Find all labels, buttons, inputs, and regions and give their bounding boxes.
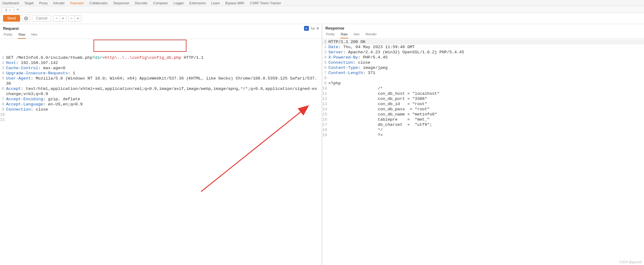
code-content[interactable]	[6, 117, 322, 122]
code-content[interactable]: Connection: close	[328, 60, 644, 65]
code-content[interactable]: Accept: text/html,application/xhtml+xml,…	[6, 86, 322, 97]
code-content[interactable]: Content-Type: image/jpeg	[328, 65, 644, 70]
response-pane: Response PrettyRawHexRender 1HTTP/1.1 20…	[322, 24, 644, 265]
highlight-annotation	[94, 40, 186, 52]
code-content[interactable]: X-Powered-By: PHP/5.4.45	[328, 55, 644, 60]
main-tab-intruder[interactable]: Intruder	[53, 1, 65, 5]
code-content[interactable]: ?>	[328, 132, 644, 138]
code-content[interactable]: con_db_name = "metinfo6"	[328, 112, 644, 117]
main-tab-comparer[interactable]: Comparer	[153, 1, 168, 5]
history-forward-dropdown[interactable]: ▾	[75, 16, 81, 21]
code-content[interactable]: */	[328, 127, 644, 132]
code-content[interactable]	[6, 112, 322, 117]
main-tab-bypass-waf[interactable]: Bypass WAF	[225, 1, 245, 5]
gear-icon[interactable]	[22, 15, 30, 22]
code-line: 11 con_db_host = "localhost"	[322, 91, 644, 96]
view-tab-hex[interactable]: Hex	[31, 31, 38, 39]
history-back-button[interactable]: <	[53, 16, 60, 21]
code-line: 4X-Powered-By: PHP/5.4.45	[322, 55, 644, 60]
code-line: 5Connection: close	[322, 60, 644, 65]
menu-icon[interactable]: ≡	[317, 26, 319, 30]
line-number: 13	[322, 101, 328, 107]
code-content[interactable]: Server: Apache/2.4.23 (Win32) OpenSSL/1.…	[328, 50, 644, 55]
view-tab-raw[interactable]: Raw	[340, 31, 348, 38]
code-content[interactable]: Cache-Control: max-age=0	[6, 65, 322, 71]
code-line: 11	[0, 117, 322, 122]
response-editor[interactable]: 1HTTP/1.1 200 OK2Date: Thu, 04 May 2023 …	[322, 39, 644, 265]
code-content[interactable]: Accept-Language: en-US,en;q=0.9	[6, 102, 322, 107]
line-number: 8	[322, 76, 328, 81]
main-tab-extensions[interactable]: Extensions	[189, 1, 206, 5]
code-line: 7Content-Length: 371	[322, 70, 644, 76]
code-line: 4Upgrade-Insecure-Requests: 1	[0, 71, 322, 76]
code-content[interactable]: <?php	[328, 81, 644, 86]
line-number: 6	[0, 86, 6, 97]
repeater-tab-1[interactable]: 1 ×	[2, 7, 14, 12]
view-tab-hex[interactable]: Hex	[353, 31, 360, 38]
line-number: 9	[322, 81, 328, 86]
history-forward-button[interactable]: >	[69, 16, 75, 21]
code-content[interactable]: Content-Length: 371	[328, 70, 644, 76]
main-tabs: DashboardTargetProxyIntruderRepeaterColl…	[0, 0, 644, 6]
response-title: Response	[325, 26, 344, 30]
code-content[interactable]: db_charset = "utf8";	[328, 122, 644, 127]
history-nav: < ▾	[53, 15, 66, 22]
code-content[interactable]: /*	[328, 86, 644, 91]
main-tab-collaborator[interactable]: Collaborator	[90, 1, 108, 5]
line-number: 11	[322, 91, 328, 96]
line-number: 14	[322, 107, 328, 112]
request-editor[interactable]: 1GET /MetInfo6.0.0/include/thumb.php?dir…	[0, 39, 322, 265]
code-content[interactable]: con_db_id = "root"	[328, 101, 644, 107]
watermark: CSDN @gaynell	[619, 260, 642, 264]
view-tab-render[interactable]: Render	[365, 31, 377, 38]
code-line: 10 /*	[322, 86, 644, 91]
code-line: 17 db_charset = "utf8";	[322, 122, 644, 127]
view-tab-raw[interactable]: Raw	[18, 31, 26, 39]
main-tab-target[interactable]: Target	[24, 1, 34, 5]
code-content[interactable]: con_db_host = "localhost"	[328, 91, 644, 96]
close-icon[interactable]: ×	[9, 9, 11, 12]
message-panes: Request ≡ \n ≡ PrettyRawHex 1GET /MetInf…	[0, 24, 644, 265]
main-tab-csrf-token-tracker[interactable]: CSRF Token Tracker	[250, 1, 281, 5]
main-tab-proxy[interactable]: Proxy	[39, 1, 48, 5]
send-button[interactable]: Send	[3, 15, 20, 22]
code-content[interactable]: HTTP/1.1 200 OK	[328, 39, 644, 44]
main-tab-repeater[interactable]: Repeater	[70, 1, 84, 5]
line-number: 6	[322, 65, 328, 70]
line-number: 2	[0, 60, 6, 65]
code-line: 3Cache-Control: max-age=0	[0, 65, 322, 71]
code-content[interactable]: con_db_port = "3306"	[328, 96, 644, 101]
code-content[interactable]: Host: 192.168.107.142	[6, 60, 322, 65]
newline-icon[interactable]: \n	[311, 26, 315, 30]
history-back-dropdown[interactable]: ▾	[60, 16, 66, 21]
code-line: 15 con_db_name = "metinfo6"	[322, 112, 644, 117]
code-line: 8Accept-Language: en-US,en;q=0.9	[0, 102, 322, 107]
add-tab-button[interactable]: +	[14, 6, 21, 12]
code-content[interactable]: User-Agent: Mozilla/5.0 (Windows NT 10.0…	[6, 76, 322, 86]
code-content[interactable]: Date: Thu, 04 May 2023 11:59:48 GMT	[328, 44, 644, 50]
code-content[interactable]: GET /MetInfo6.0.0/include/thumb.php?dir=…	[6, 55, 322, 60]
main-tab-sequencer[interactable]: Sequencer	[113, 1, 129, 5]
main-tab-dashboard[interactable]: Dashboard	[2, 1, 19, 5]
main-tab-learn[interactable]: Learn	[211, 1, 220, 5]
code-line: 1GET /MetInfo6.0.0/include/thumb.php?dir…	[0, 55, 322, 60]
code-content[interactable]	[328, 76, 644, 81]
main-tab-decoder[interactable]: Decoder	[135, 1, 148, 5]
line-number: 18	[322, 127, 328, 132]
cancel-button[interactable]: Cancel	[32, 15, 51, 22]
main-tab-logger[interactable]: Logger	[173, 1, 184, 5]
code-content[interactable]: Connection: close	[6, 107, 322, 112]
view-tab-pretty[interactable]: Pretty	[325, 31, 335, 38]
code-content[interactable]: Upgrade-Insecure-Requests: 1	[6, 71, 322, 76]
code-line: 1HTTP/1.1 200 OK	[322, 39, 644, 44]
line-number: 7	[0, 97, 6, 102]
code-content[interactable]: con_db_pass = "root"	[328, 107, 644, 112]
svg-point-0	[26, 18, 27, 19]
code-line: 18 */	[322, 127, 644, 132]
hackvertor-icon[interactable]: ≡	[304, 26, 309, 31]
code-line: 16 tablepre = "met_"	[322, 117, 644, 122]
code-line: 9<?php	[322, 81, 644, 86]
code-content[interactable]: Accept-Encoding: gzip, deflate	[6, 97, 322, 102]
view-tab-pretty[interactable]: Pretty	[3, 31, 13, 39]
code-content[interactable]: tablepre = "met_"	[328, 117, 644, 122]
